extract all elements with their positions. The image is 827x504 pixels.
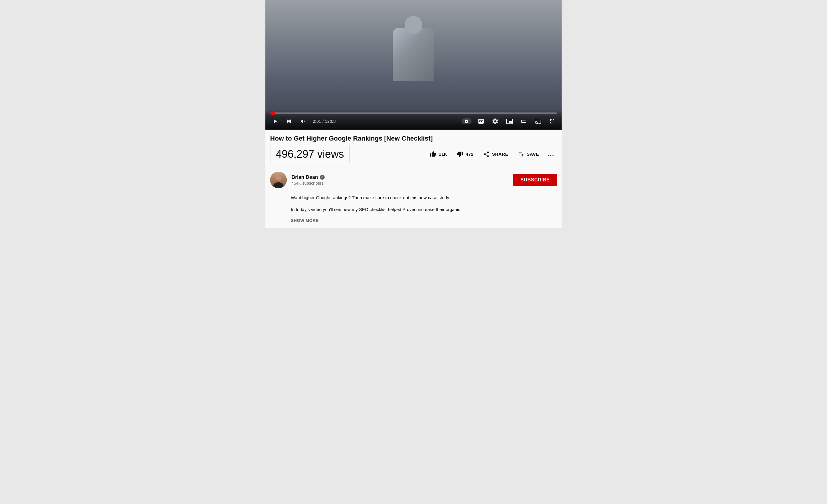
settings-icon xyxy=(492,118,499,125)
video-title: How to Get Higher Google Rankings [New C… xyxy=(270,134,557,143)
share-icon xyxy=(483,151,490,158)
channel-text-info: Brian Dean 454K subscribers xyxy=(291,174,325,185)
progress-dot xyxy=(271,111,275,115)
miniplayer-button[interactable] xyxy=(505,117,514,126)
channel-name[interactable]: Brian Dean xyxy=(291,174,318,180)
below-video: How to Get Higher Google Rankings [New C… xyxy=(265,130,562,167)
meta-row: 496,297 views 11K 472 xyxy=(270,145,557,167)
controls-bar: 0:01 / 12:08 xyxy=(265,110,562,130)
autoplay-toggle-icon xyxy=(465,119,469,123)
share-button[interactable]: SHARE xyxy=(480,149,512,160)
save-button[interactable]: SAVE xyxy=(514,149,543,160)
settings-button[interactable] xyxy=(490,117,500,126)
volume-icon xyxy=(300,118,307,125)
more-button[interactable]: ... xyxy=(545,149,557,159)
time-separator: / xyxy=(321,119,325,124)
description-line1: Want higher Google rankings? Then make s… xyxy=(291,194,557,201)
video-figure xyxy=(384,28,443,93)
person-silhouette xyxy=(393,28,434,81)
channel-avatar[interactable] xyxy=(270,172,287,188)
cast-button[interactable] xyxy=(533,117,543,126)
action-buttons: 11K 472 SHARE xyxy=(426,149,557,160)
save-label: SAVE xyxy=(527,152,539,157)
views-count: 496,297 views xyxy=(270,145,349,163)
cast-icon xyxy=(534,118,541,125)
play-icon xyxy=(271,118,279,125)
description-section: Want higher Google rankings? Then make s… xyxy=(265,192,562,228)
like-count: 11K xyxy=(439,152,447,157)
like-button[interactable]: 11K xyxy=(426,149,451,160)
channel-info: Brian Dean 454K subscribers xyxy=(270,172,325,188)
channel-name-row: Brian Dean xyxy=(291,174,325,180)
next-button[interactable] xyxy=(284,117,294,126)
save-icon xyxy=(518,151,524,158)
subscribe-button[interactable]: SUBSCRIBE xyxy=(513,174,557,186)
theater-button[interactable] xyxy=(519,117,528,126)
cc-icon xyxy=(478,118,485,125)
avatar-face xyxy=(270,172,287,188)
dislike-button[interactable]: 472 xyxy=(453,149,477,160)
thumbs-up-icon xyxy=(430,151,436,158)
controls-row: 0:01 / 12:08 xyxy=(270,117,557,126)
next-icon xyxy=(286,118,293,125)
show-more-button[interactable]: SHOW MORE xyxy=(291,218,319,223)
play-button[interactable] xyxy=(270,117,280,126)
video-player: 0:01 / 12:08 xyxy=(265,0,562,130)
subscribers-count: 454K subscribers xyxy=(291,181,325,185)
channel-section: Brian Dean 454K subscribers SUBSCRIBE xyxy=(265,167,562,192)
thumbs-down-icon xyxy=(457,151,463,158)
theater-icon xyxy=(520,118,527,125)
verified-icon xyxy=(320,175,325,180)
description-text: Want higher Google rankings? Then make s… xyxy=(291,194,557,213)
cc-button[interactable] xyxy=(476,117,486,126)
page-wrapper: 0:01 / 12:08 xyxy=(265,0,562,228)
volume-button[interactable] xyxy=(299,117,308,126)
share-label: SHARE xyxy=(492,152,508,157)
duration: 12:08 xyxy=(325,119,336,124)
fullscreen-icon xyxy=(548,118,556,125)
current-time: 0:01 xyxy=(313,119,321,124)
time-display: 0:01 / 12:08 xyxy=(313,119,336,124)
progress-fill xyxy=(270,112,273,114)
progress-bar[interactable] xyxy=(270,112,557,114)
autoplay-button[interactable] xyxy=(461,118,472,124)
more-dots: ... xyxy=(547,150,554,158)
description-line2: In today's video you'll see how my SEO c… xyxy=(291,206,557,213)
fullscreen-button[interactable] xyxy=(547,117,557,126)
miniplayer-icon xyxy=(506,118,513,125)
dislike-count: 472 xyxy=(466,152,474,157)
